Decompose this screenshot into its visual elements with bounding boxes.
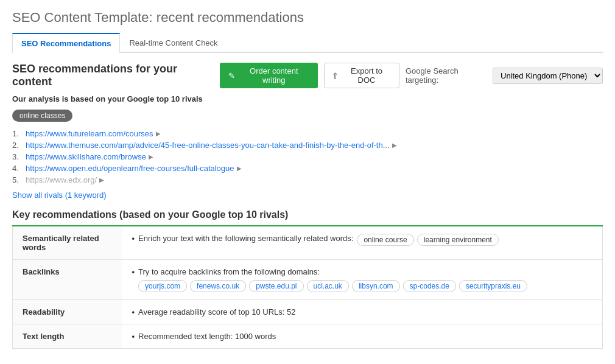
order-content-writing-button[interactable]: ✎ Order content writing (220, 63, 318, 88)
backlinks-text: Try to acquire backlinks from the follow… (138, 267, 320, 276)
semantic-tags: online course learning environment (357, 234, 498, 246)
bullet-icon-backlinks: • (132, 267, 135, 276)
rival-item-2: 2. https://www.themuse.com/amp/advice/45… (12, 141, 603, 150)
export-button-label: Export to DOC (342, 66, 392, 85)
bullet-row-backlinks: • Try to acquire backlinks from the foll… (132, 267, 593, 292)
tab-bar: SEO Recommendations Real-time Content Ch… (12, 33, 603, 53)
table-row-backlinks: Backlinks • Try to acquire backlinks fro… (13, 260, 603, 300)
bullet-row-text-length: • Recommended text length: 1000 words (132, 332, 593, 341)
tab-realtime-content-check[interactable]: Real-time Content Check (120, 33, 227, 53)
page-title-light: recent recommendations (156, 10, 304, 25)
order-button-label: Order content writing (238, 66, 309, 85)
table-row-semantically-related: Semantically related words • Enrich your… (13, 226, 603, 260)
external-link-icon-1: ▶ (156, 130, 161, 137)
label-readability: Readability (13, 300, 122, 324)
tag-online-course: online course (357, 234, 413, 246)
text-length-text: Recommended text length: 1000 words (138, 332, 276, 341)
tab-seo-recommendations[interactable]: SEO Recommendations (12, 33, 120, 53)
rivals-list: 1. https://www.futurelearn.com/courses ▶… (12, 129, 603, 184)
export-to-doc-button[interactable]: ⇧ Export to DOC (324, 63, 399, 88)
targeting-section: Google Search targeting: United Kingdom … (406, 66, 603, 85)
table-row-text-length: Text length • Recommended text length: 1… (13, 324, 603, 349)
tag-learning-environment: learning environment (417, 234, 499, 246)
page-title-bold: SEO Content Template: (12, 10, 153, 25)
rival-item-1: 1. https://www.futurelearn.com/courses ▶ (12, 129, 603, 138)
page-container: SEO Content Template: recent recommendat… (0, 0, 615, 359)
domain-securitypraxis: securitypraxis.eu (459, 280, 527, 292)
bullet-icon-readability: • (132, 307, 135, 317)
rival-item-4: 4. https://www.open.edu/openlearn/free-c… (12, 164, 603, 173)
bullet-row-semantic: • Enrich your text with the following se… (132, 234, 593, 246)
recommendations-title: Key recommendations (based on your Googl… (12, 209, 603, 220)
show-all-rivals-link[interactable]: Show all rivals (1 keyword) (12, 191, 107, 200)
value-backlinks: • Try to acquire backlinks from the foll… (122, 260, 603, 300)
rival-link-3[interactable]: https://www.skillshare.com/browse (26, 152, 146, 161)
external-link-icon-2: ▶ (392, 142, 397, 149)
domain-spcodes: sp-codes.de (403, 280, 456, 292)
external-link-icon-5: ▶ (99, 177, 104, 183)
bullet-icon-text-length: • (132, 332, 135, 341)
section-header: SEO recommendations for your content ✎ O… (12, 63, 603, 88)
value-readability: • Average readability score of top 10 UR… (122, 300, 603, 324)
order-icon: ✎ (228, 71, 235, 80)
label-semantically-related: Semantically related words (13, 226, 122, 260)
external-link-icon-3: ▶ (149, 153, 153, 160)
domain-ucl: ucl.ac.uk (307, 280, 349, 292)
bullet-row-readability: • Average readability score of top 10 UR… (132, 307, 593, 317)
backlinks-content: Try to acquire backlinks from the follow… (138, 267, 527, 292)
value-text-length: • Recommended text length: 1000 words (122, 324, 603, 349)
domain-pwste: pwste.edu.pl (249, 280, 303, 292)
rival-link-5[interactable]: https://www.edx.org/ (26, 175, 97, 184)
recommendations-table: Semantically related words • Enrich your… (12, 225, 603, 349)
targeting-label: Google Search targeting: (406, 66, 488, 85)
semantic-text: Enrich your text with the following sema… (138, 234, 353, 243)
rival-link-4[interactable]: https://www.open.edu/openlearn/free-cour… (26, 164, 234, 173)
keyword-tag: online classes (12, 110, 72, 122)
table-row-readability: Readability • Average readability score … (13, 300, 603, 324)
domain-yourjs: yourjs.com (138, 280, 187, 292)
value-semantically-related: • Enrich your text with the following se… (122, 226, 603, 260)
rival-item-3: 3. https://www.skillshare.com/browse ▶ (12, 152, 603, 161)
export-icon: ⇧ (332, 71, 339, 80)
external-link-icon-4: ▶ (237, 165, 242, 172)
bullet-icon-semantic: • (132, 234, 135, 243)
label-backlinks: Backlinks (13, 260, 122, 300)
domains-wrap: yourjs.com fenews.co.uk pwste.edu.pl ucl… (138, 280, 527, 292)
rival-item-5: 5. https://www.edx.org/ ▶ (12, 175, 603, 184)
targeting-select[interactable]: United Kingdom (Phone) (493, 68, 603, 84)
rival-link-2[interactable]: https://www.themuse.com/amp/advice/45-fr… (26, 141, 390, 150)
rival-link-1[interactable]: https://www.futurelearn.com/courses (26, 129, 153, 138)
domain-libsyn: libsyn.com (352, 280, 400, 292)
label-text-length: Text length (13, 324, 122, 349)
section-title: SEO recommendations for your content (12, 63, 214, 88)
analysis-text: Our analysis is based on your Google top… (12, 94, 603, 103)
page-title: SEO Content Template: recent recommendat… (12, 10, 603, 26)
domain-fenews: fenews.co.uk (190, 280, 246, 292)
readability-text: Average readability score of top 10 URLs… (138, 307, 295, 317)
